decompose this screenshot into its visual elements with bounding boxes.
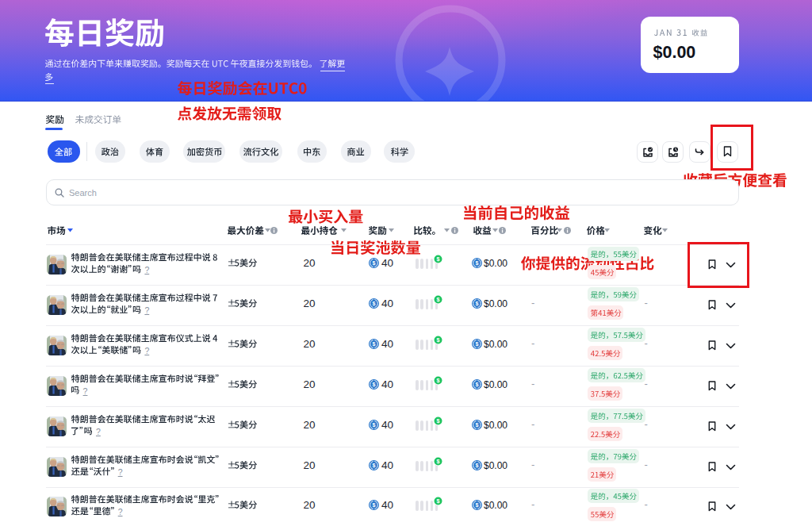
svg-text:$: $ — [475, 341, 478, 347]
svg-text:$: $ — [373, 301, 376, 307]
svg-text:$: $ — [373, 502, 376, 509]
svg-text:$: $ — [373, 422, 376, 428]
svg-text:$: $ — [437, 378, 440, 384]
svg-text:$: $ — [475, 382, 478, 388]
svg-text:$: $ — [373, 260, 376, 267]
svg-text:$: $ — [437, 337, 440, 344]
svg-text:$: $ — [475, 422, 478, 428]
svg-text:$: $ — [373, 463, 376, 469]
svg-text:$: $ — [373, 382, 376, 388]
svg-text:$: $ — [475, 502, 478, 509]
svg-text:$: $ — [437, 498, 440, 505]
svg-text:$: $ — [437, 459, 440, 465]
svg-text:$: $ — [475, 463, 478, 469]
svg-text:$: $ — [437, 297, 440, 303]
svg-text:$: $ — [373, 341, 376, 347]
svg-text:$: $ — [437, 418, 440, 424]
svg-text:$: $ — [437, 256, 440, 263]
svg-text:$: $ — [475, 260, 478, 267]
svg-text:$: $ — [475, 301, 478, 307]
